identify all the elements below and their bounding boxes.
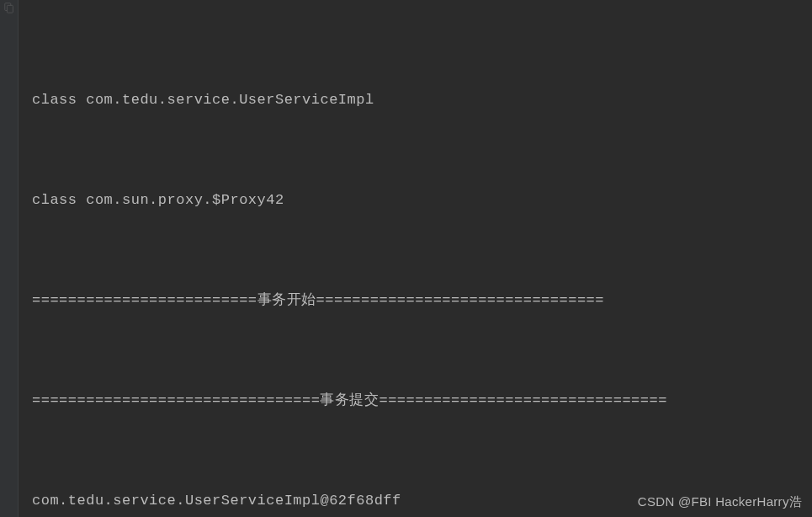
console-output: class com.tedu.service.UserServiceImpl c… bbox=[32, 17, 804, 517]
console-line: ================================事务提交====… bbox=[32, 384, 804, 418]
console-line: class com.tedu.service.UserServiceImpl bbox=[32, 83, 804, 117]
gutter-icon bbox=[3, 2, 15, 13]
watermark: CSDN @FBI HackerHarry浩 bbox=[638, 494, 802, 510]
svg-rect-1 bbox=[7, 5, 13, 13]
console-line: =========================事务开始===========… bbox=[32, 284, 804, 317]
gutter bbox=[0, 0, 19, 517]
console-line: class com.sun.proxy.$Proxy42 bbox=[32, 184, 804, 217]
